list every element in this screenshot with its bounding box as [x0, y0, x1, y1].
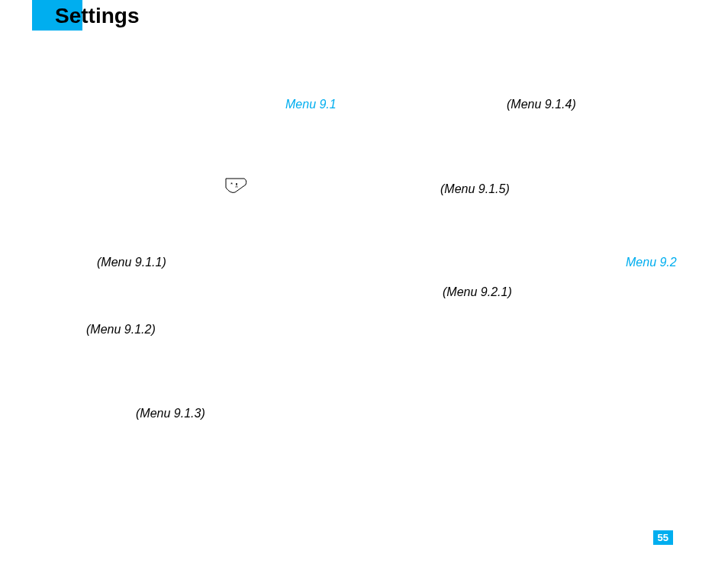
menu-9-1-1-label: (Menu 9.1.1)	[97, 256, 166, 269]
menu-9-1-3-label: (Menu 9.1.3)	[136, 407, 205, 420]
menu-9-1-2-label: (Menu 9.1.2)	[86, 323, 156, 337]
svg-text:*: *	[230, 181, 233, 188]
page-number: 55	[653, 530, 673, 545]
menu-9-2-label: Menu 9.2	[626, 256, 677, 269]
menu-9-2-1-label: (Menu 9.2.1)	[443, 285, 512, 299]
menu-9-1-4-label: (Menu 9.1.4)	[507, 98, 576, 111]
page-title: Settings	[55, 4, 139, 28]
menu-9-1-5-label: (Menu 9.1.5)	[440, 182, 510, 196]
key-icon: *	[224, 177, 249, 198]
menu-9-1-label: Menu 9.1	[285, 98, 337, 111]
